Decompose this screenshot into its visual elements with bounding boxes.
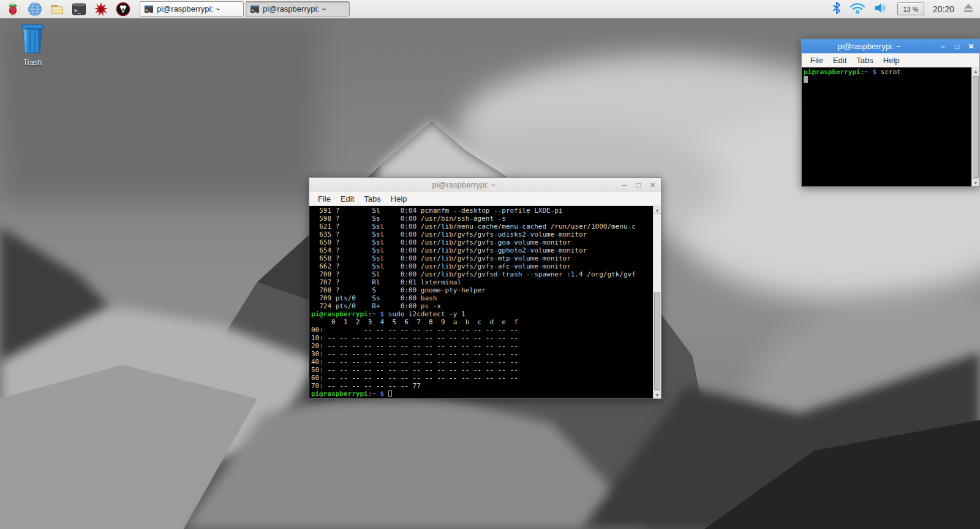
taskbar-window-button-1[interactable]: >_ pi@raspberrypi: ~ xyxy=(140,1,244,17)
main-window-menubar: File Edit Tabs Help xyxy=(309,192,661,206)
text-cursor xyxy=(388,390,392,397)
main-terminal-text: 591 ? Sl 0:04 pcmanfm --desktop --profil… xyxy=(309,206,653,398)
terminal-line: 60: -- -- -- -- -- -- -- -- -- -- -- -- … xyxy=(311,374,651,382)
wolfram-icon[interactable] xyxy=(115,1,131,17)
terminal-line: 707 ? Rl 0:01 lxterminal xyxy=(311,278,651,286)
small-terminal-text: pi@raspberrypi:~ $ scrot xyxy=(802,67,971,186)
terminal-line: 591 ? Sl 0:04 pcmanfm --desktop --profil… xyxy=(311,207,651,215)
minimize-button[interactable]: – xyxy=(619,179,630,191)
mathematica-icon[interactable] xyxy=(93,1,109,17)
menu-tabs[interactable]: Tabs xyxy=(359,193,385,205)
small-terminal-scrollbar[interactable]: ▲ ▼ xyxy=(971,67,979,186)
wifi-icon[interactable] xyxy=(850,2,865,17)
terminal-line: 708 ? S 0:00 gnome-pty-helper xyxy=(311,286,651,294)
window-title: pi@raspberrypi: ~ xyxy=(309,180,618,189)
battery-indicator[interactable]: 13 % xyxy=(897,2,924,15)
text-cursor xyxy=(804,76,808,83)
minimize-button[interactable]: – xyxy=(937,40,949,52)
terminal-line: 20: -- -- -- -- -- -- -- -- -- -- -- -- … xyxy=(311,342,651,350)
taskbar-status-area: 13 % 20:20 xyxy=(832,2,980,17)
terminal-line: pi@raspberrypi:~ $ xyxy=(311,390,651,398)
terminal-line: 724 pts/0 R+ 0:00 ps -x xyxy=(311,302,651,310)
menu-tabs[interactable]: Tabs xyxy=(851,55,878,66)
main-terminal-area[interactable]: 591 ? Sl 0:04 pcmanfm --desktop --profil… xyxy=(309,206,661,398)
terminal-line: pi@raspberrypi:~ $ sudo i2cdetect -y 1 xyxy=(311,310,651,318)
small-window-titlebar[interactable]: pi@raspberrypi: ~ – □ ✕ xyxy=(802,39,979,53)
screen: >_ >_ xyxy=(0,0,980,529)
maximize-button[interactable]: □ xyxy=(951,40,963,52)
taskbar-launchers: >_ xyxy=(0,1,131,17)
svg-text:>_: >_ xyxy=(252,8,257,13)
scroll-down-arrow[interactable]: ▼ xyxy=(654,390,661,398)
terminal-line: 621 ? Ssl 0:00 /usr/lib/menu-cache/menu-… xyxy=(311,223,651,230)
terminal-line: 650 ? Ssl 0:00 /usr/lib/gvfs/gvfs-goa-vo… xyxy=(311,238,651,246)
desktop[interactable]: Trash pi@raspberrypi: ~ – □ ✕ File Edit … xyxy=(0,18,980,529)
maximize-button[interactable]: □ xyxy=(633,179,644,191)
bluetooth-icon[interactable] xyxy=(832,2,841,17)
menu-file[interactable]: File xyxy=(805,55,828,66)
terminal-line: 700 ? Sl 0:00 /usr/lib/gvfs/gvfsd-trash … xyxy=(311,270,651,278)
scrollbar-thumb[interactable] xyxy=(973,76,979,178)
taskbar-window-button-2[interactable]: >_ pi@raspberrypi: ~ xyxy=(246,1,350,17)
terminal-line: 50: -- -- -- -- -- -- -- -- -- -- -- -- … xyxy=(311,366,651,374)
terminal-window-icon: >_ xyxy=(144,4,154,14)
taskbar-window-label: pi@raspberrypi: ~ xyxy=(157,4,220,13)
menu-file[interactable]: File xyxy=(313,193,336,205)
svg-text:>_: >_ xyxy=(146,8,151,13)
terminal-line: 40: -- -- -- -- -- -- -- -- -- -- -- -- … xyxy=(311,358,651,366)
terminal-line: 10: -- -- -- -- -- -- -- -- -- -- -- -- … xyxy=(311,334,651,342)
menu-edit[interactable]: Edit xyxy=(828,55,851,66)
close-button[interactable]: ✕ xyxy=(965,40,977,52)
small-terminal-area[interactable]: pi@raspberrypi:~ $ scrot ▲ ▼ xyxy=(802,67,979,186)
window-controls: – □ ✕ xyxy=(937,39,977,53)
terminal-line: 70: -- -- -- -- -- -- -- 77 xyxy=(311,382,651,390)
main-terminal-window: pi@raspberrypi: ~ – □ ✕ File Edit Tabs H… xyxy=(309,177,662,399)
taskbar-window-label: pi@raspberrypi: ~ xyxy=(263,4,326,13)
menu-edit[interactable]: Edit xyxy=(336,193,359,205)
terminal-window-icon: >_ xyxy=(250,4,260,14)
trash-desktop-icon[interactable]: Trash xyxy=(9,23,56,67)
scroll-down-arrow[interactable]: ▼ xyxy=(972,178,979,186)
scroll-up-arrow[interactable]: ▲ xyxy=(972,67,979,75)
file-manager-icon[interactable] xyxy=(49,1,65,17)
terminal-line: 709 pts/0 Ss 0:00 bash xyxy=(311,294,651,302)
clock[interactable]: 20:20 xyxy=(933,4,954,14)
menu-help[interactable]: Help xyxy=(386,193,412,205)
taskbar: >_ >_ xyxy=(0,0,980,18)
close-button[interactable]: ✕ xyxy=(647,179,658,191)
battery-label: 13 % xyxy=(903,6,918,13)
volume-icon[interactable] xyxy=(874,2,889,17)
trash-label: Trash xyxy=(9,58,56,67)
terminal-line: pi@raspberrypi:~ $ scrot xyxy=(804,68,970,76)
terminal-line xyxy=(804,76,970,84)
main-terminal-scrollbar[interactable]: ▲ ▼ xyxy=(653,206,661,398)
eject-icon[interactable] xyxy=(963,2,974,16)
terminal-line: 662 ? Ssl 0:00 /usr/lib/gvfs/gvfs-afc-vo… xyxy=(311,262,651,270)
terminal-line: 635 ? Ssl 0:00 /usr/lib/gvfs/gvfs-udisks… xyxy=(311,230,651,238)
main-window-titlebar[interactable]: pi@raspberrypi: ~ – □ ✕ xyxy=(309,178,661,192)
terminal-launcher-icon[interactable]: >_ xyxy=(71,1,87,17)
terminal-line: 658 ? Ssl 0:00 /usr/lib/gvfs/gvfs-mtp-vo… xyxy=(311,254,651,262)
small-terminal-window: pi@raspberrypi: ~ – □ ✕ File Edit Tabs H… xyxy=(801,39,980,187)
small-window-menubar: File Edit Tabs Help xyxy=(802,53,979,67)
window-controls: – □ ✕ xyxy=(619,178,658,192)
terminal-line: 0 1 2 3 4 5 6 7 8 9 a b c d e f xyxy=(311,318,651,326)
trash-can-icon xyxy=(18,23,47,54)
scrollbar-thumb[interactable] xyxy=(654,292,660,390)
menu-raspberry-icon[interactable] xyxy=(5,1,21,17)
web-browser-icon[interactable] xyxy=(27,1,43,17)
scroll-up-arrow[interactable]: ▲ xyxy=(654,206,661,214)
window-title: pi@raspberrypi: ~ xyxy=(802,42,937,51)
terminal-line: 00: -- -- -- -- -- -- -- -- -- -- -- -- … xyxy=(311,326,651,334)
menu-help[interactable]: Help xyxy=(878,55,905,66)
terminal-line: 30: -- -- -- -- -- -- -- -- -- -- -- -- … xyxy=(311,350,651,358)
taskbar-window-list: >_ pi@raspberrypi: ~ >_ pi@raspberrypi: … xyxy=(140,1,350,17)
svg-text:>_: >_ xyxy=(74,7,81,13)
terminal-line: 598 ? Ss 0:00 /usr/bin/ssh-agent -s xyxy=(311,215,651,223)
terminal-line: 654 ? Ssl 0:00 /usr/lib/gvfs/gvfs-gphoto… xyxy=(311,246,651,254)
